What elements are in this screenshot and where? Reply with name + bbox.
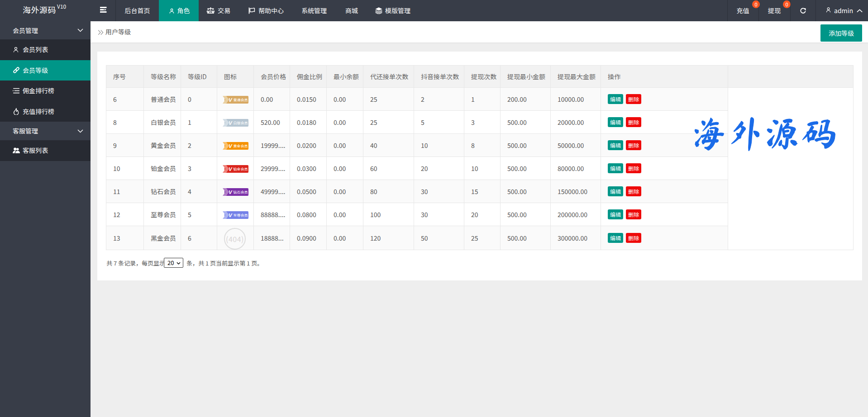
svg-text:钻石会员: 钻石会员	[234, 190, 248, 194]
svg-text:V: V	[229, 97, 233, 103]
svg-text:普通会员: 普通会员	[234, 97, 248, 102]
svg-text:V: V	[229, 120, 233, 126]
svg-text:V: V	[229, 143, 233, 149]
svg-text:V: V	[229, 213, 233, 218]
svg-text:V: V	[229, 190, 233, 195]
svg-text:V: V	[229, 166, 233, 172]
svg-text:至尊会员: 至尊会员	[234, 213, 248, 218]
svg-text:白银会员: 白银会员	[234, 120, 248, 125]
svg-text:铂金会员: 铂金会员	[234, 166, 248, 171]
svg-text:黄金会员: 黄金会员	[234, 143, 248, 148]
